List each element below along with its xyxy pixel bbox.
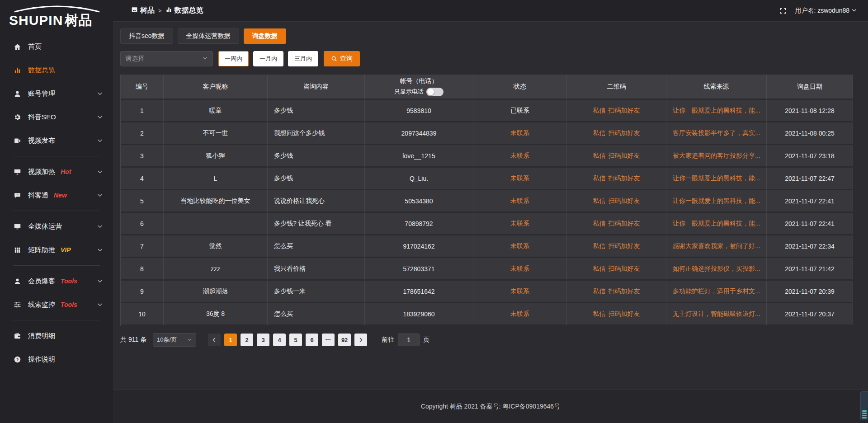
sidebar-item-account-management[interactable]: 账号管理 xyxy=(0,82,113,105)
qr-link[interactable]: 私信 xyxy=(593,129,606,136)
sidebar-item-douyin-seo[interactable]: 抖音SEO xyxy=(0,105,113,129)
cell-status: 未联系 xyxy=(473,213,567,235)
source-link[interactable]: 让你一眼就爱上的黑科技，能... xyxy=(673,220,760,227)
search-button[interactable]: 查询 xyxy=(324,51,360,66)
tab-omnimedia-data[interactable]: 全媒体运营数据 xyxy=(178,28,239,44)
cell-account: 917024162 xyxy=(365,235,473,258)
prev-page-button[interactable] xyxy=(208,334,221,346)
source-link[interactable]: 无主灯设计，智能磁吸轨道灯... xyxy=(673,310,760,317)
total-count-label: 共 911 条 xyxy=(120,336,146,344)
cell-account: 572803371 xyxy=(365,258,473,281)
breadcrumb-item-current[interactable]: 数据总览 xyxy=(165,6,203,15)
page-button-92[interactable]: 92 xyxy=(338,334,351,346)
source-link[interactable]: 让你一眼就爱上的黑科技，能... xyxy=(673,197,760,204)
qr-link[interactable]: 私信 xyxy=(593,174,606,182)
sidebar-divider xyxy=(13,211,100,211)
sidebar-item-data-overview[interactable]: 数据总览 xyxy=(0,58,113,82)
qr-link[interactable]: 私信 xyxy=(593,107,606,114)
source-link[interactable]: 让你一眼就爱上的黑科技，能... xyxy=(673,174,760,182)
qr-link[interactable]: 扫码加好友 xyxy=(609,220,640,227)
qr-link[interactable]: 扫码加好友 xyxy=(609,287,640,295)
qr-link[interactable]: 私信 xyxy=(593,242,606,249)
sidebar-item-consumption-detail[interactable]: 消费明细 xyxy=(0,324,113,348)
qr-link[interactable]: 扫码加好友 xyxy=(609,310,640,317)
cell-content: 多少钱? 让我死心 看 xyxy=(268,213,365,235)
cell-source: 让你一眼就爱上的黑科技，能... xyxy=(666,190,767,213)
qr-link[interactable]: 扫码加好友 xyxy=(609,265,640,272)
pagination: 共 911 条 10条/页 123456•••92 前往 页 xyxy=(120,333,853,347)
source-link[interactable]: 如何正确选择投影仪，买投影... xyxy=(673,265,760,272)
period-button-2[interactable]: 一月内 xyxy=(253,51,283,66)
source-link[interactable]: 让你一眼就爱上的黑科技，能... xyxy=(673,107,760,114)
tab-inquiry-data[interactable]: 询盘数据 xyxy=(244,28,286,44)
cell-source: 多功能护栏灯，适用于乡村文... xyxy=(666,281,767,303)
cell-index: 6 xyxy=(121,213,164,235)
cell-nickname: 不可一世 xyxy=(164,122,268,145)
phone-only-toggle[interactable] xyxy=(426,88,443,96)
sidebar-item-badge: Tools xyxy=(61,277,77,285)
qr-link[interactable]: 扫码加好友 xyxy=(609,152,640,159)
sidebar-item-matrix-boost[interactable]: 矩阵助推VIP xyxy=(0,238,113,262)
breadcrumb-item-home[interactable]: 树品 xyxy=(131,6,155,15)
qr-link[interactable]: 扫码加好友 xyxy=(609,129,640,136)
page-ellipsis[interactable]: ••• xyxy=(322,334,335,346)
cell-nickname: 觉然 xyxy=(164,235,268,258)
next-page-button[interactable] xyxy=(354,334,367,346)
cell-account: 183929060 xyxy=(365,303,473,326)
qr-link[interactable]: 私信 xyxy=(593,265,606,272)
page-button-4[interactable]: 4 xyxy=(273,334,286,346)
inquiry-table: 编号 客户昵称 咨询内容 帐号（电话） 只显示电话 状态 二维码 线索来源 询盘… xyxy=(120,75,853,326)
sidebar-item-operation-guide[interactable]: ?操作说明 xyxy=(0,348,113,371)
sidebar-item-douketong[interactable]: 抖客通New xyxy=(0,183,113,207)
monitor-icon xyxy=(13,223,22,230)
qr-link[interactable]: 私信 xyxy=(593,310,606,317)
sidebar-item-home[interactable]: 首页 xyxy=(0,35,113,58)
cell-qrcode: 私信扫码加好友 xyxy=(567,235,666,258)
qr-link[interactable]: 私信 xyxy=(593,197,606,204)
goto-page-input[interactable] xyxy=(398,334,420,346)
source-link[interactable]: 被大家追着问的客厅投影分享... xyxy=(673,152,760,159)
page-size-select[interactable]: 10条/页 xyxy=(153,333,196,347)
table-row: 5当地比较能吃的一位美女说说价格让我死心50534380未联系私信扫码加好友让你… xyxy=(121,190,853,213)
cell-qrcode: 私信扫码加好友 xyxy=(567,145,666,168)
page-button-6[interactable]: 6 xyxy=(306,334,318,346)
cell-index: 4 xyxy=(121,168,164,190)
cell-source: 无主灯设计，智能磁吸轨道灯... xyxy=(666,303,767,326)
username-label: 用户名: zswodun88 xyxy=(795,7,849,15)
filter-select[interactable]: 请选择 xyxy=(120,51,213,66)
fullscreen-icon[interactable] xyxy=(779,7,787,14)
qr-link[interactable]: 私信 xyxy=(593,220,606,227)
sidebar-item-video-publish[interactable]: 视频发布 xyxy=(0,129,113,152)
sidebar-item-member-baoke[interactable]: 会员爆客Tools xyxy=(0,269,113,293)
page-button-2[interactable]: 2 xyxy=(241,334,253,346)
page-button-3[interactable]: 3 xyxy=(257,334,269,346)
qr-link[interactable]: 扫码加好友 xyxy=(609,107,640,114)
sidebar-item-clue-monitor[interactable]: 线索监控Tools xyxy=(0,293,113,316)
page-button-1[interactable]: 1 xyxy=(224,334,237,346)
sidebar-item-omnimedia-operation[interactable]: 全媒体运营 xyxy=(0,215,113,238)
source-link[interactable]: 感谢大家喜欢我家，被问了好... xyxy=(673,242,760,249)
cell-date: 2021-11-07 20:39 xyxy=(767,281,853,303)
header-qrcode: 二维码 xyxy=(567,75,666,100)
period-button-3[interactable]: 三月内 xyxy=(288,51,318,66)
qr-link[interactable]: 扫码加好友 xyxy=(609,197,640,204)
source-link[interactable]: 多功能护栏灯，适用于乡村文... xyxy=(673,287,760,295)
qr-link[interactable]: 扫码加好友 xyxy=(609,242,640,249)
source-link[interactable]: 客厅安装投影半年多了，真实... xyxy=(673,129,760,136)
cell-account: 9583810 xyxy=(365,100,473,122)
cell-status: 未联系 xyxy=(473,190,567,213)
page-button-5[interactable]: 5 xyxy=(289,334,302,346)
logo-text: SHUPIN树品 xyxy=(9,13,113,28)
chevron-down-icon xyxy=(97,192,103,198)
floating-widget[interactable] xyxy=(860,391,868,420)
tab-douyin-seo-data[interactable]: 抖音seo数据 xyxy=(120,28,173,44)
table-header-row: 编号 客户昵称 咨询内容 帐号（电话） 只显示电话 状态 二维码 线索来源 询盘… xyxy=(121,75,853,100)
qr-link[interactable]: 私信 xyxy=(593,287,606,295)
period-button-1[interactable]: 一周内 xyxy=(218,51,249,66)
qr-link[interactable]: 私信 xyxy=(593,152,606,159)
user-menu[interactable]: 用户名: zswodun88 xyxy=(795,7,857,15)
sidebar-item-video-heating[interactable]: 视频加热Hot xyxy=(0,160,113,183)
header-status: 状态 xyxy=(473,75,567,100)
header-source: 线索来源 xyxy=(666,75,767,100)
qr-link[interactable]: 扫码加好友 xyxy=(609,174,640,182)
